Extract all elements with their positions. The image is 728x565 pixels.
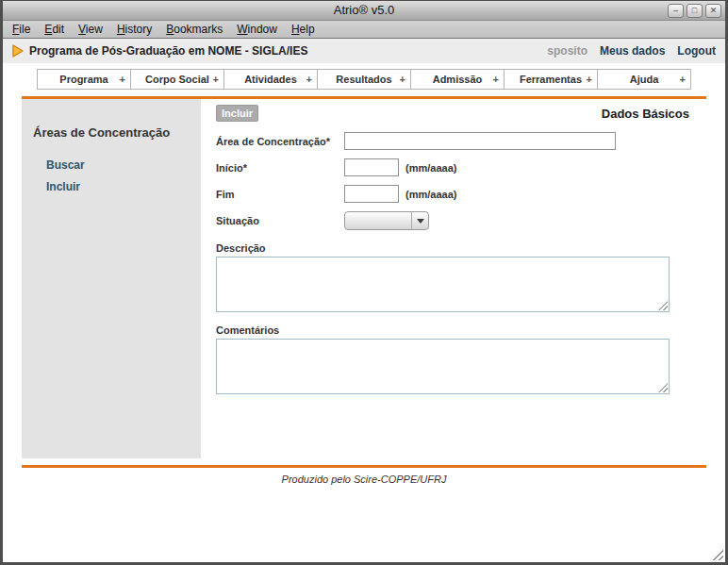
- logout-link[interactable]: Logout: [677, 44, 716, 58]
- tab-expand-plus-icon[interactable]: +: [213, 74, 219, 85]
- nav-tab[interactable]: Atividades +: [223, 69, 318, 90]
- descricao-textarea-wrap: [216, 257, 670, 312]
- nav-tab-label: Atividades: [244, 74, 297, 85]
- orange-arrow-icon: [12, 44, 24, 58]
- minimize-button[interactable]: –: [668, 4, 684, 18]
- nav-tab[interactable]: Ferramentas +: [504, 69, 598, 90]
- section-title: Dados Básicos: [602, 105, 689, 121]
- sidebar-heading: Áreas de Concentração: [33, 125, 193, 140]
- tab-expand-plus-icon[interactable]: +: [400, 74, 405, 85]
- app-window: Atrio® v5.0 – □ ✕ FileEditViewHistoryBoo…: [0, 0, 728, 565]
- tabbar: Programa + Corpo Social + Atividades + R…: [3, 69, 725, 90]
- browser-page: Programa de Pós-Graduação em NOME - SIGL…: [3, 39, 725, 561]
- meus-dados-link[interactable]: Meus dados: [600, 44, 665, 58]
- maximize-button[interactable]: □: [687, 4, 703, 18]
- menu-item[interactable]: History: [117, 23, 152, 36]
- nav-tab[interactable]: Resultados +: [317, 69, 411, 90]
- window-titlebar[interactable]: Atrio® v5.0 – □ ✕: [3, 1, 725, 21]
- comentarios-label: Comentários: [216, 324, 689, 336]
- chevron-down-icon[interactable]: [412, 219, 428, 224]
- fim-format-hint: (mm/aaaa): [405, 189, 456, 200]
- situacao-select[interactable]: [344, 211, 429, 230]
- comentarios-textarea-wrap: [216, 339, 670, 394]
- form-row-situacao: Situação: [216, 211, 689, 230]
- nav-tab-label: Admissão: [433, 74, 483, 85]
- situacao-label: Situação: [216, 215, 344, 226]
- nav-tab[interactable]: Admissão +: [410, 69, 505, 90]
- menu-item[interactable]: Edit: [44, 23, 64, 36]
- menu-item[interactable]: Help: [291, 23, 315, 36]
- descricao-textarea[interactable]: [216, 257, 670, 312]
- inicio-format-hint: (mm/aaaa): [405, 162, 456, 174]
- nav-tab[interactable]: Ajuda +: [597, 69, 691, 90]
- nav-tab[interactable]: Corpo Social +: [130, 69, 224, 90]
- fim-input[interactable]: [344, 185, 399, 203]
- tab-expand-plus-icon[interactable]: +: [587, 74, 592, 85]
- tab-expand-plus-icon[interactable]: +: [493, 74, 499, 85]
- username-label: sposito: [547, 44, 587, 58]
- footer-credit: Produzido pelo Scire-COPPE/UFRJ: [3, 474, 725, 485]
- fim-label: Fim: [216, 189, 344, 200]
- window-controls: – □ ✕: [668, 4, 721, 18]
- main-form-area: Incluir Dados Básicos Área de Concentraç…: [201, 99, 706, 458]
- nav-tab-label: Corpo Social: [145, 74, 209, 85]
- menu-item[interactable]: Bookmarks: [166, 23, 223, 36]
- nav-tab-label: Ajuda: [630, 74, 659, 85]
- area-concentracao-input[interactable]: [344, 132, 616, 150]
- tab-expand-plus-icon[interactable]: +: [120, 74, 125, 85]
- page-header-left: Programa de Pós-Graduação em NOME - SIGL…: [12, 44, 307, 58]
- inicio-label: Início*: [216, 162, 344, 174]
- nav-tab-label: Resultados: [336, 74, 391, 85]
- sidebar-link[interactable]: Incluir: [46, 180, 193, 193]
- window-title: Atrio® v5.0: [3, 3, 725, 17]
- comentarios-textarea[interactable]: [216, 339, 670, 394]
- content-area: Áreas de Concentração BuscarIncluir Incl…: [22, 99, 706, 458]
- menu-item[interactable]: Window: [237, 23, 277, 36]
- page-header-right: sposito Meus dados Logout: [547, 44, 716, 58]
- descricao-label: Descrição: [216, 242, 689, 254]
- bottom-orange-rule: [22, 465, 706, 468]
- incluir-button[interactable]: Incluir: [216, 105, 258, 122]
- program-title: Programa de Pós-Graduação em NOME - SIGL…: [29, 44, 307, 58]
- menu-item[interactable]: File: [12, 23, 30, 36]
- menu-item[interactable]: View: [78, 23, 103, 36]
- nav-tab-label: Programa: [59, 74, 108, 85]
- form-row-area-concentracao: Área de Concentração*: [216, 132, 689, 150]
- inicio-input[interactable]: [344, 158, 399, 176]
- sidebar: Áreas de Concentração BuscarIncluir: [22, 99, 201, 458]
- form-row-fim: Fim (mm/aaaa): [216, 185, 689, 203]
- area-concentracao-label: Área de Concentração*: [216, 136, 344, 147]
- tab-expand-plus-icon[interactable]: +: [680, 74, 686, 85]
- form-header-row: Incluir Dados Básicos: [216, 105, 689, 122]
- sidebar-link[interactable]: Buscar: [46, 158, 193, 172]
- sidebar-links: BuscarIncluir: [33, 158, 193, 193]
- page-header: Programa de Pós-Graduação em NOME - SIGL…: [3, 39, 725, 63]
- menubar: FileEditViewHistoryBookmarksWindowHelp: [3, 21, 725, 39]
- tab-expand-plus-icon[interactable]: +: [306, 74, 312, 85]
- nav-tab-label: Ferramentas: [520, 74, 582, 85]
- form-row-inicio: Início* (mm/aaaa): [216, 158, 689, 176]
- close-button[interactable]: ✕: [705, 4, 721, 18]
- nav-tab[interactable]: Programa +: [37, 69, 131, 90]
